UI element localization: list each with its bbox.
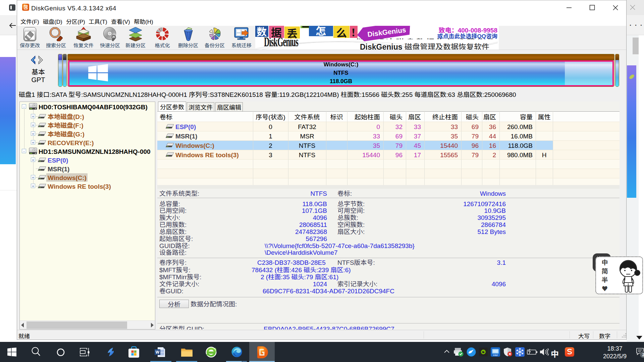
- svg-text:intel: intel: [493, 354, 498, 357]
- svg-text:W: W: [156, 350, 160, 355]
